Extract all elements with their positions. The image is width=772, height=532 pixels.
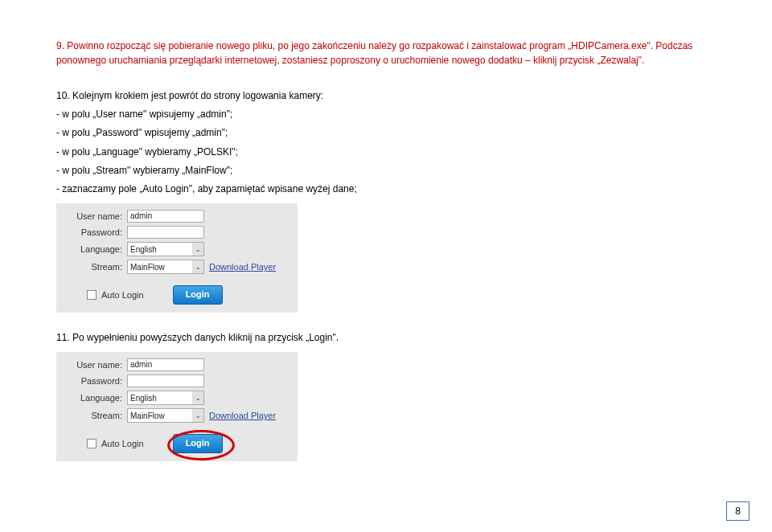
step-10-line-5: - zaznaczamy pole „Auto Login", aby zapa…: [56, 182, 716, 197]
step-10-line-1: - w polu „User name" wpisujemy „admin";: [56, 107, 716, 122]
auto-login-label: Auto Login: [101, 290, 144, 300]
stream-row: Stream: MainFlow ⌄ Download Player: [64, 408, 290, 423]
stream-select[interactable]: MainFlow ⌄: [127, 260, 204, 274]
login-button[interactable]: Login: [173, 434, 223, 453]
username-row: User name: admin: [64, 358, 290, 371]
auto-login-label: Auto Login: [101, 439, 144, 448]
step-10-header: 10. Kolejnym krokiem jest powrót do stro…: [56, 88, 716, 104]
step-10-line-4: - w polu „Stream" wybieramy „MainFlow";: [56, 163, 716, 178]
login-form-screenshot-2: User name: admin Password: Language: Eng…: [56, 352, 298, 461]
document-page: 9. Powinno rozpocząć się pobieranie nowe…: [0, 0, 772, 532]
download-player-link[interactable]: Download Player: [209, 411, 276, 420]
download-player-link[interactable]: Download Player: [209, 262, 276, 272]
language-label: Language:: [64, 244, 127, 254]
page-number: 8: [726, 501, 749, 521]
login-bottom-row: Auto Login Login: [87, 434, 290, 453]
username-input[interactable]: admin: [127, 210, 204, 223]
login-bottom-row: Auto Login Login: [87, 285, 290, 305]
language-row: Language: English ⌄: [64, 242, 290, 256]
password-row: Password:: [64, 226, 290, 239]
step-10-line-3: - w polu „Language" wybieramy „POLSKI";: [56, 145, 716, 160]
password-label: Password:: [64, 376, 127, 386]
password-input[interactable]: [127, 374, 204, 387]
language-select[interactable]: English ⌄: [127, 242, 204, 256]
username-label: User name:: [64, 211, 127, 221]
login-form-screenshot-1: User name: admin Password: Language: Eng…: [56, 203, 298, 313]
password-label: Password:: [64, 227, 127, 237]
auto-login-checkbox[interactable]: [87, 290, 96, 300]
chevron-down-icon: ⌄: [192, 260, 203, 273]
language-row: Language: English ⌄: [64, 391, 290, 405]
login-button[interactable]: Login: [173, 285, 223, 305]
stream-label: Stream:: [64, 411, 127, 420]
chevron-down-icon: ⌄: [192, 243, 203, 256]
password-input[interactable]: [127, 226, 204, 239]
stream-row: Stream: MainFlow ⌄ Download Player: [64, 260, 290, 274]
language-select[interactable]: English ⌄: [127, 391, 204, 405]
username-row: User name: admin: [64, 210, 290, 223]
chevron-down-icon: ⌄: [192, 391, 203, 404]
username-label: User name:: [64, 360, 127, 370]
step-10-line-2: - w polu „Password" wpisujemy „admin";: [56, 125, 716, 141]
step-11-text: 11. Po wypełnieniu powyższych danych kli…: [56, 330, 716, 346]
auto-login-checkbox[interactable]: [87, 439, 96, 448]
stream-select[interactable]: MainFlow ⌄: [127, 408, 204, 423]
step-9-text: 9. Powinno rozpocząć się pobieranie nowe…: [56, 39, 716, 68]
chevron-down-icon: ⌄: [192, 409, 203, 422]
language-label: Language:: [64, 393, 127, 403]
username-input[interactable]: admin: [127, 358, 204, 371]
password-row: Password:: [64, 374, 290, 387]
stream-label: Stream:: [64, 262, 127, 272]
